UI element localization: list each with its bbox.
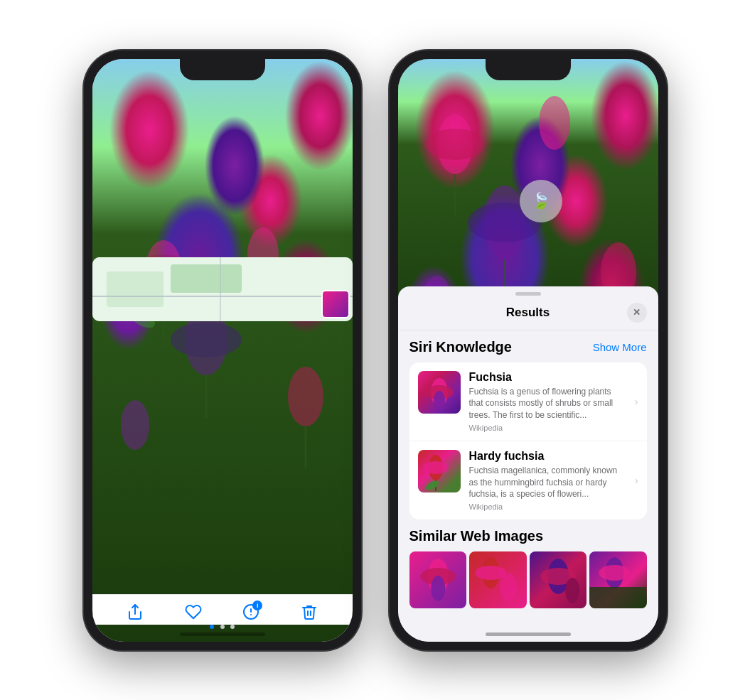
fuchsia-thumb-svg: [418, 371, 461, 414]
flower-overlay: [92, 59, 353, 642]
right-home-indicator: [486, 632, 571, 636]
svg-point-5: [288, 367, 323, 426]
web-image-1[interactable]: [409, 551, 467, 608]
dot-1: [220, 625, 225, 629]
like-button[interactable]: [185, 603, 202, 625]
left-phone: Add a Caption 🍃 Look Up – Plant › Monday…: [84, 50, 361, 650]
info-button[interactable]: i: [242, 603, 259, 625]
svg-point-39: [431, 576, 445, 601]
web-img-svg-2: [469, 551, 527, 608]
results-title: Results: [429, 306, 627, 320]
knowledge-item-fuchsia[interactable]: Fuchsia Fuchsia is a genus of flowering …: [409, 362, 647, 441]
delete-button[interactable]: [301, 603, 318, 625]
sheet-content: Siri Knowledge Show More: [398, 330, 658, 618]
svg-rect-48: [589, 587, 646, 608]
dot-2: [230, 625, 235, 629]
share-button[interactable]: [127, 603, 144, 625]
web-image-2[interactable]: [469, 551, 527, 608]
svg-point-42: [500, 573, 517, 601]
siri-knowledge-title: Siri Knowledge: [409, 339, 512, 355]
right-phone: 🍃 Results ✕ Siri Knowledge Show More: [390, 50, 667, 650]
left-phone-screen: Add a Caption 🍃 Look Up – Plant › Monday…: [92, 59, 353, 642]
web-img-svg-1: [409, 551, 467, 608]
visual-lookup-badge[interactable]: 🍃: [520, 180, 562, 222]
hardy-thumbnail: [418, 450, 461, 492]
close-button[interactable]: ✕: [627, 303, 647, 323]
dot-active: [210, 625, 214, 629]
hardy-chevron: ›: [635, 475, 638, 486]
show-more-button[interactable]: Show More: [593, 341, 647, 353]
hardy-name: Hardy fuchsia: [469, 450, 626, 463]
svg-point-23: [539, 96, 570, 150]
info-badge: i: [252, 601, 262, 610]
photo-thumbnail: [321, 290, 350, 318]
svg-rect-14: [171, 264, 242, 293]
results-sheet: Results ✕ Siri Knowledge Show More: [398, 286, 658, 642]
svg-point-47: [599, 565, 630, 581]
hardy-thumb-svg: [418, 450, 461, 492]
web-img-svg-3: [530, 551, 587, 608]
web-images-grid: [409, 551, 647, 608]
knowledge-card: Fuchsia Fuchsia is a genus of flowering …: [409, 362, 647, 520]
siri-knowledge-header: Siri Knowledge Show More: [409, 339, 647, 355]
hardy-source: Wikipedia: [469, 502, 626, 511]
fuchsia-info: Fuchsia Fuchsia is a genus of flowering …: [469, 371, 626, 432]
svg-rect-13: [107, 271, 164, 307]
right-notch: [486, 59, 571, 80]
hardy-description: Fuchsia magellanica, commonly known as t…: [469, 465, 626, 500]
svg-point-36: [424, 479, 439, 492]
web-img-svg-4: [589, 551, 647, 608]
hardy-info: Hardy fuchsia Fuchsia magellanica, commo…: [469, 450, 626, 511]
web-image-3[interactable]: [530, 551, 587, 608]
fuchsia-description: Fuchsia is a genus of flowering plants t…: [469, 386, 626, 421]
svg-point-22: [425, 129, 485, 160]
svg-point-34: [423, 461, 449, 474]
fuchsia-source: Wikipedia: [469, 424, 626, 432]
right-phone-screen: 🍃 Results ✕ Siri Knowledge Show More: [398, 59, 658, 642]
home-indicator: [180, 632, 265, 636]
fuchsia-name: Fuchsia: [469, 371, 626, 384]
fuchsia-chevron: ›: [635, 396, 638, 407]
fuchsia-thumbnail: [418, 371, 461, 414]
map-svg: [92, 257, 353, 321]
map-thumbnail[interactable]: [92, 257, 353, 321]
svg-point-45: [565, 578, 579, 603]
svg-point-41: [475, 566, 506, 580]
svg-point-6: [121, 400, 149, 450]
web-image-4[interactable]: [589, 551, 647, 608]
web-images-section: Similar Web Images: [409, 528, 647, 608]
svg-point-32: [434, 391, 445, 411]
web-images-title: Similar Web Images: [409, 528, 647, 544]
bottom-toolbar: i: [92, 594, 353, 625]
knowledge-item-hardy[interactable]: Hardy fuchsia Fuchsia magellanica, commo…: [409, 441, 647, 519]
sheet-header: Results ✕: [398, 296, 658, 330]
notch: [180, 59, 265, 80]
svg-point-4: [171, 322, 242, 357]
